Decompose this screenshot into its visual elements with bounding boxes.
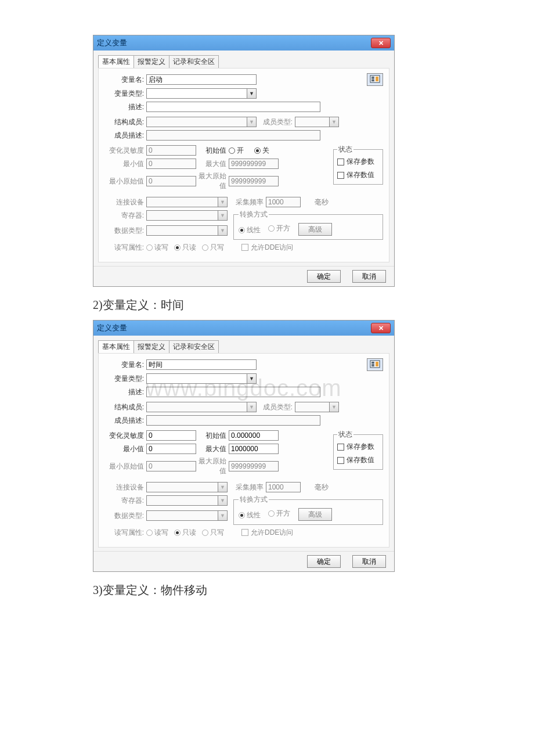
titlebar: 定义变量 ✕: [93, 35, 394, 51]
svg-rect-3: [371, 80, 374, 81]
tab-basic[interactable]: 基本属性: [98, 55, 134, 68]
close-icon: ✕: [378, 325, 384, 332]
chk-save-value[interactable]: 保存数值: [337, 170, 374, 180]
label-max: 最大值: [196, 444, 229, 454]
chk-allow-dde: 允许DDE访问: [241, 528, 293, 538]
state-legend: 状态: [337, 430, 353, 440]
label-rw-attr: 读写属性:: [104, 528, 146, 538]
label-min-raw: 最小原始值: [104, 462, 146, 471]
var-name-input[interactable]: [146, 74, 257, 85]
sensitivity-input[interactable]: [146, 430, 196, 441]
chevron-down-icon: ▼: [218, 197, 227, 207]
svg-rect-6: [371, 362, 374, 363]
conv-mode-group: 转换方式 线性 开方 高级: [233, 495, 383, 525]
radio-init-close[interactable]: 关: [254, 146, 269, 156]
datatype-input: [146, 225, 228, 236]
conv-mode-legend: 转换方式: [239, 210, 269, 219]
browse-button[interactable]: [367, 73, 383, 86]
radio-init-open[interactable]: 开: [229, 146, 244, 156]
variable-dialog-b: www.bingdoc.com 定义变量 ✕ 基本属性 报警定义 记录和安全区 …: [93, 320, 395, 572]
tab-alarm[interactable]: 报警定义: [134, 340, 169, 353]
chevron-down-icon: ▼: [218, 483, 227, 492]
min-input[interactable]: [146, 444, 196, 454]
chk-save-param[interactable]: 保存参数: [337, 157, 374, 167]
radio-linear: 线性: [239, 510, 261, 520]
init-value-input[interactable]: [229, 430, 279, 441]
var-type-dropdown[interactable]: ▼: [146, 88, 257, 99]
member-desc-input: [146, 415, 320, 426]
dialog-footer: 确定 取消: [93, 551, 394, 571]
struct-member-input: [146, 117, 257, 127]
label-struct-member: 结构成员:: [104, 117, 146, 127]
label-device: 连接设备: [104, 197, 146, 207]
tab-alarm[interactable]: 报警定义: [134, 55, 169, 68]
var-name-input[interactable]: [146, 359, 257, 370]
chevron-down-icon[interactable]: ▼: [247, 89, 256, 98]
label-var-name: 变量名:: [104, 75, 146, 85]
register-input: [146, 210, 228, 221]
sensitivity-input: [146, 145, 196, 156]
radio-rw: 读写: [146, 528, 168, 538]
titlebar: 定义变量 ✕: [93, 321, 394, 336]
datatype-input: [146, 510, 228, 521]
list-icon: [370, 360, 380, 370]
svg-rect-1: [371, 77, 374, 78]
label-sensitivity: 变化灵敏度: [104, 431, 146, 441]
radio-rw: 读写: [146, 243, 168, 253]
svg-rect-7: [371, 363, 374, 365]
label-sample-rate: 采集频率: [228, 197, 266, 207]
label-min: 最小值: [104, 159, 146, 169]
label-member-desc: 成员描述:: [104, 131, 146, 141]
chk-save-value[interactable]: 保存数值: [337, 455, 374, 465]
tab-basic[interactable]: 基本属性: [98, 340, 134, 353]
tabs: 基本属性 报警定义 记录和安全区: [93, 51, 394, 68]
label-max: 最大值: [196, 159, 229, 169]
svg-rect-2: [371, 78, 374, 80]
ok-button[interactable]: 确定: [307, 555, 341, 568]
label-sensitivity: 变化灵敏度: [104, 146, 146, 156]
radio-sqrt: 开方: [268, 509, 290, 519]
state-group: 状态 保存参数 保存数值: [333, 430, 383, 470]
close-button[interactable]: ✕: [371, 38, 391, 48]
ok-button[interactable]: 确定: [307, 270, 341, 283]
sample-rate-input: [266, 482, 301, 492]
radio-wo: 只写: [202, 243, 224, 253]
chevron-down-icon[interactable]: ▼: [247, 374, 256, 383]
var-type-value[interactable]: [146, 373, 257, 384]
label-var-type: 变量类型:: [104, 374, 146, 384]
chevron-down-icon: ▼: [247, 117, 256, 127]
browse-button[interactable]: [367, 358, 383, 371]
basic-panel: 变量名: 变量类型: ▼ 描述: 结构成员: ▼: [98, 353, 389, 548]
label-desc: 描述:: [104, 102, 146, 112]
register-dropdown: ▼: [146, 210, 228, 221]
svg-rect-8: [371, 365, 374, 366]
conv-mode-group: 转换方式 线性 开方 高级: [233, 210, 383, 240]
desc-input[interactable]: [146, 387, 320, 397]
label-ms: 毫秒: [315, 197, 329, 207]
label-max-raw: 最大原始值: [196, 171, 229, 191]
variable-dialog-a: 定义变量 ✕ 基本属性 报警定义 记录和安全区 变量名: 变量类型: ▼: [93, 35, 395, 287]
label-min-raw: 最小原始值: [104, 177, 146, 186]
var-type-dropdown[interactable]: ▼: [146, 373, 257, 384]
label-register: 寄存器:: [104, 211, 146, 221]
var-type-value[interactable]: [146, 88, 257, 99]
min-raw-input: [146, 461, 196, 471]
close-button[interactable]: ✕: [371, 323, 391, 333]
tab-log-security[interactable]: 记录和安全区: [169, 340, 219, 353]
tabs: 基本属性 报警定义 记录和安全区: [93, 336, 394, 353]
chevron-down-icon: ▼: [218, 496, 227, 505]
tab-log-security[interactable]: 记录和安全区: [169, 55, 219, 68]
chk-save-param[interactable]: 保存参数: [337, 442, 374, 452]
label-init-val: 初始值: [196, 146, 229, 156]
desc-input[interactable]: [146, 102, 320, 112]
caption-second: 2)变量定义：时间: [93, 297, 441, 313]
label-sample-rate: 采集频率: [228, 483, 266, 492]
max-input[interactable]: [229, 444, 279, 454]
datatype-dropdown: ▼: [146, 225, 228, 236]
cancel-button[interactable]: 取消: [352, 270, 386, 283]
member-type-dropdown: ▼: [295, 117, 339, 127]
device-input: [146, 197, 228, 207]
dialog-footer: 确定 取消: [93, 266, 394, 286]
cancel-button[interactable]: 取消: [352, 555, 386, 568]
radio-linear: 线性: [239, 225, 261, 235]
